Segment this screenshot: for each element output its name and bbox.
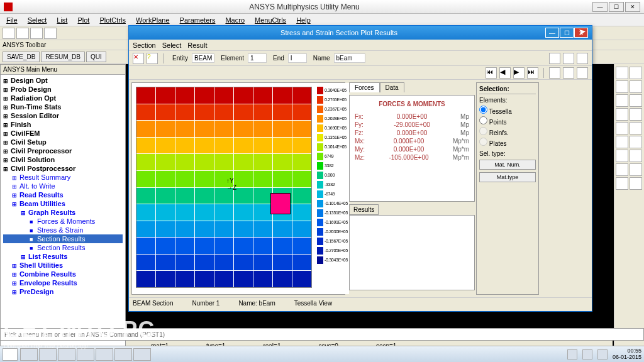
main-menu-tree[interactable]: ⊞Design Opt⊞Prob Design⊞Radiation Opt⊞Ru… xyxy=(1,75,125,346)
left-icon[interactable] xyxy=(616,177,628,190)
tree-item[interactable]: ⊞Civil Solution xyxy=(3,155,123,164)
menu-list[interactable]: List xyxy=(53,15,71,25)
menu-workplane[interactable]: WorkPlane xyxy=(132,15,174,25)
mat-type-button[interactable]: Mat.type xyxy=(479,172,536,182)
back-icon[interactable] xyxy=(630,136,642,148)
plus-icon[interactable] xyxy=(616,150,628,162)
entity-field[interactable]: BEAM xyxy=(192,53,214,63)
menu-help[interactable]: Help xyxy=(292,15,314,25)
tree-item[interactable]: ■Stress & Strain xyxy=(3,226,123,234)
up-icon[interactable] xyxy=(616,163,628,176)
menu-file[interactable]: File xyxy=(3,15,21,25)
points-icon[interactable] xyxy=(577,53,588,64)
menu-parameters[interactable]: Parameters xyxy=(176,15,219,25)
taskbar[interactable]: 00:55 06-01-2015 xyxy=(0,346,644,362)
selected-tessella[interactable] xyxy=(270,193,291,214)
taskbar-item[interactable] xyxy=(20,348,38,361)
minimize-button[interactable]: — xyxy=(592,2,608,12)
tree-item[interactable]: ■Section Results xyxy=(3,234,123,243)
side-icon[interactable] xyxy=(630,122,642,134)
last-icon[interactable]: ⏭ xyxy=(527,67,538,79)
grid-icon[interactable] xyxy=(549,53,560,64)
flag-icon[interactable] xyxy=(549,67,560,79)
menu-plotctrls[interactable]: PlotCtrls xyxy=(96,15,130,25)
contour-plot[interactable]: ↑Y→Z 0.3040E+050.2765E+050.2367E+050.202… xyxy=(131,82,345,295)
tree-item[interactable]: ⊞Radiation Opt xyxy=(3,94,123,102)
tree-item[interactable]: ⊞Civil Postprocessor xyxy=(3,164,123,173)
end-field[interactable]: I xyxy=(288,53,307,63)
save-icon[interactable] xyxy=(30,28,43,39)
tree-item[interactable]: ⊞PreDesign xyxy=(3,287,123,296)
radio-tessella[interactable]: Tessella xyxy=(479,105,536,116)
name-field[interactable]: bEam xyxy=(334,53,365,63)
tray-icon[interactable] xyxy=(567,349,577,359)
element-field[interactable]: 1 xyxy=(248,53,267,63)
taskbar-item[interactable] xyxy=(114,348,132,361)
tree-item[interactable]: ■Section Results xyxy=(3,243,123,252)
dialog-menu-select[interactable]: Select xyxy=(162,41,182,49)
info-icon[interactable]: ? xyxy=(147,53,158,64)
prev-icon[interactable]: ◀ xyxy=(499,67,511,79)
delete-icon[interactable]: ✕ xyxy=(133,53,144,64)
down-icon[interactable] xyxy=(630,163,642,176)
new-icon[interactable] xyxy=(3,28,15,39)
tab-data[interactable]: Data xyxy=(380,82,404,92)
tray-icon[interactable] xyxy=(597,349,608,359)
qui-button[interactable]: QUI xyxy=(86,52,106,62)
dialog-titlebar[interactable]: Stress and Strain Section Plot Results —… xyxy=(129,26,592,40)
tray-icon[interactable] xyxy=(582,349,592,359)
zoom-in-icon[interactable] xyxy=(616,94,628,107)
zoom-out-icon[interactable] xyxy=(630,94,642,107)
tree-item[interactable]: ⊞Finish xyxy=(3,120,123,129)
menu-macro[interactable]: Macro xyxy=(221,15,248,25)
menu-plot[interactable]: Plot xyxy=(74,15,93,25)
taskbar-item[interactable] xyxy=(39,348,57,361)
tab-results[interactable]: Results xyxy=(349,204,379,215)
resum_db-button[interactable]: RESUM_DB xyxy=(41,52,85,62)
fit-icon[interactable] xyxy=(616,108,628,121)
taskbar-item[interactable] xyxy=(133,348,151,361)
mesh-icon[interactable] xyxy=(563,53,574,64)
tree-item[interactable]: ■Forces & Moments xyxy=(3,217,123,226)
tree-item[interactable]: ⊞Beam Utilities xyxy=(3,199,123,208)
menu-select[interactable]: Select xyxy=(24,15,51,25)
taskbar-item[interactable] xyxy=(77,348,94,361)
dialog-maximize-button[interactable]: ☐ xyxy=(560,28,574,38)
print-icon[interactable] xyxy=(44,28,57,39)
mat-num-button[interactable]: Mat. Num. xyxy=(479,160,536,170)
first-icon[interactable]: ⏮ xyxy=(486,67,497,79)
dialog-menu-result[interactable]: Result xyxy=(187,41,207,49)
taskbar-item[interactable] xyxy=(96,348,113,361)
tree-item[interactable]: ⊞Session Editor xyxy=(3,111,123,120)
minus-icon[interactable] xyxy=(630,150,642,162)
rotate-icon[interactable] xyxy=(630,80,642,93)
taskbar-item[interactable] xyxy=(58,348,75,361)
tree-item[interactable]: ⊞Result Summary xyxy=(3,173,123,182)
tree-item[interactable]: ⊞Envelope Results xyxy=(3,278,123,287)
tree-item[interactable]: ⊞Civil Preprocessor xyxy=(3,146,123,155)
refresh-icon[interactable] xyxy=(563,67,574,79)
settings-icon[interactable] xyxy=(577,67,588,79)
top-icon[interactable] xyxy=(616,136,628,148)
view-icon[interactable] xyxy=(616,67,628,79)
iso-icon[interactable] xyxy=(630,108,642,121)
clock[interactable]: 00:55 06-01-2015 xyxy=(613,348,641,361)
start-button[interactable] xyxy=(3,348,18,361)
dialog-menu-section[interactable]: Section xyxy=(133,41,156,49)
tab-forces[interactable]: Forces xyxy=(349,82,380,92)
tree-item[interactable]: ⊞Run-Time Stats xyxy=(3,102,123,111)
tree-item[interactable]: ⊞Design Opt xyxy=(3,76,123,85)
tree-item[interactable]: ⊞Combine Results xyxy=(3,270,123,278)
tree-item[interactable]: ⊞Read Results xyxy=(3,190,123,199)
tree-item[interactable]: ⊞Civil Setup xyxy=(3,138,123,146)
tree-item[interactable]: ⊞Prob Design xyxy=(3,85,123,94)
tree-item[interactable]: ⊞List Results xyxy=(3,252,123,261)
pan-icon[interactable] xyxy=(616,80,628,93)
next-icon[interactable]: ▶ xyxy=(513,67,525,79)
close-button[interactable]: ✕ xyxy=(625,2,640,12)
tree-item[interactable]: ⊞CivilFEM xyxy=(3,129,123,138)
radio-points[interactable]: Points xyxy=(479,116,536,126)
tree-item[interactable]: ⊞Graph Results xyxy=(3,208,123,217)
maximize-button[interactable]: ☐ xyxy=(609,2,624,12)
dialog-minimize-button[interactable]: — xyxy=(545,28,559,38)
